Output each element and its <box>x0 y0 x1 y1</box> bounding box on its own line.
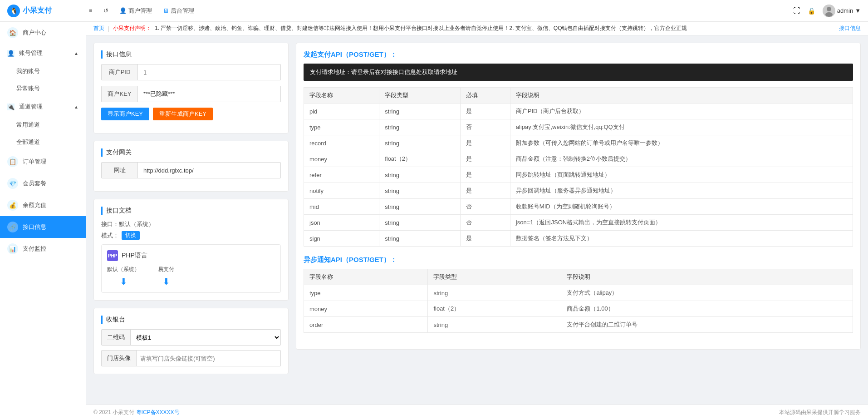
sidebar-item-common-channel[interactable]: 常用通道 <box>0 116 86 133</box>
table-row: moneyfloat（2）商品金额（1.00） <box>304 301 853 317</box>
logo-icon: 🐧 <box>7 5 20 17</box>
notice-more[interactable]: 接口信息 <box>839 25 861 32</box>
interface-info-card: 接口信息 商户PID 1 商户KEY ***已隐藏*** 显示商户KEY 重新生… <box>93 43 289 133</box>
sidebar-item-member-package[interactable]: 💎 会员套餐 <box>0 173 86 194</box>
main-layout: 🏠 商户中心 👤 账号管理 ▲ 我的账号 异常账号 🔌 通道管理 ▲ 常用通道 … <box>0 22 868 420</box>
sidebar-item-channel-mgmt[interactable]: 🔌 通道管理 ▲ <box>0 97 86 116</box>
cashier-store-row: 门店头像 <box>101 350 281 366</box>
gateway-title: 支付网关 <box>101 148 281 157</box>
table-row: orderstring支付平台创建的二维订单号 <box>304 317 853 333</box>
admin-dropdown-icon: ▼ <box>855 7 861 14</box>
th-notify-field-type: 字段类型 <box>428 269 561 285</box>
interface-info-icon: 🔗 <box>7 222 18 232</box>
topbar-merchant-mgmt[interactable]: 👤 商户管理 <box>119 7 152 15</box>
pid-row: 商户PID 1 <box>101 64 281 80</box>
th-field-type: 字段类型 <box>379 88 461 104</box>
sidebar-item-merchant-center[interactable]: 🏠 商户中心 <box>0 22 86 44</box>
table-row: referstring是同步跳转地址（页面跳转通知地址） <box>304 167 853 183</box>
interface-mode: 模式： 切换 <box>101 231 281 240</box>
gateway-card: 支付网关 网址 http://ddd.rglxc.top/ <box>93 141 289 192</box>
sidebar-item-all-channel[interactable]: 全部通道 <box>0 133 86 151</box>
key-row: 商户KEY ***已隐藏*** <box>101 86 281 102</box>
balance-recharge-icon: 💰 <box>7 200 18 211</box>
interface-doc-card: 接口文档 接口：默认（系统） 模式： 切换 PHP PHP语言 默认（ <box>93 199 289 301</box>
cashier-template-select[interactable]: 模板1 模板2 <box>131 331 280 344</box>
api-url-bar: 支付请求地址：请登录后在对接接口信息处获取请求地址 <box>304 64 853 81</box>
mode-switch-button[interactable]: 切换 <box>122 231 140 240</box>
table-row: typestring否alipay:支付宝,weixin:微信支付,qq:QQ支… <box>304 119 853 135</box>
url-row: 网址 http://ddd.rglxc.top/ <box>101 162 281 178</box>
admin-menu[interactable]: admin ▼ <box>823 5 861 17</box>
table-row: moneyfloat（2）是商品金额（注意：强制转换2位小数后提交） <box>304 151 853 167</box>
cashier-qr-row: 二维码 模板1 模板2 <box>101 329 281 346</box>
sidebar-item-payment-monitor[interactable]: 📊 支付监控 <box>0 238 86 260</box>
php-icon: PHP <box>107 250 118 261</box>
fullscreen-icon[interactable]: ⛶ <box>793 7 800 15</box>
table-row: jsonstring否json=1（返回JSON格式输出，为空直接跳转支付页面） <box>304 215 853 231</box>
api-doc-card: 发起支付API（POST/GET）： 支付请求地址：请登录后在对接接口信息处获取… <box>296 43 861 350</box>
notify-api-table: 字段名称 字段类型 字段说明 typestring支付方式（alipay）mon… <box>304 269 853 333</box>
cashier-title: 收银台 <box>101 316 281 324</box>
table-row: midstring否收款账号MID（为空则随机轮询账号） <box>304 199 853 215</box>
account-mgmt-icon: 👤 <box>7 50 15 57</box>
svg-point-2 <box>825 12 833 17</box>
notice-label: 小呆支付声明： <box>113 25 151 32</box>
topbar-refresh-icon[interactable]: ↺ <box>103 7 108 14</box>
php-dl-default-label: 默认（系统） <box>107 266 140 273</box>
channel-mgmt-arrow: ▲ <box>74 104 78 109</box>
avatar <box>823 5 835 17</box>
php-dl-easy: 易支付 ⬇ <box>158 266 174 287</box>
url-label: 网址 <box>102 163 138 178</box>
php-downloads: 默认（系统） ⬇ 易支付 ⬇ <box>107 266 275 287</box>
show-key-button[interactable]: 显示商户KEY <box>101 108 149 120</box>
topbar: 🐧 小呆支付 ≡ ↺ 👤 商户管理 🖥 后台管理 ⛶ 🔒 admin ▼ <box>0 0 868 22</box>
table-row: notifystring是异步回调地址（服务器异步通知地址） <box>304 183 853 199</box>
footer-right: 本站源码由呆呆提供开源学习服务 <box>779 409 861 416</box>
cashier-qr-label: 二维码 <box>102 330 131 345</box>
sidebar-item-account-mgmt[interactable]: 👤 账号管理 ▲ <box>0 44 86 63</box>
api-url-text: 支付请求地址：请登录后在对接接口信息处获取请求地址 <box>310 69 457 75</box>
regen-key-button[interactable]: 重新生成商户KEY <box>153 108 213 120</box>
table-row: recordstring是附加参数（可传入您网站的订单号或用户名等唯一参数） <box>304 135 853 151</box>
pid-value: 1 <box>138 65 280 79</box>
mode-label: 模式： <box>101 232 119 240</box>
key-value: ***已隐藏*** <box>138 86 280 102</box>
php-card-header: PHP PHP语言 <box>107 250 275 261</box>
key-btn-row: 显示商户KEY 重新生成商户KEY <box>101 108 281 120</box>
footer-copyright: © 2021 小呆支付 <box>93 409 134 415</box>
breadcrumb[interactable]: 首页 <box>93 25 104 32</box>
footer-icp[interactable]: 粤ICP备XXXXX号 <box>136 409 180 415</box>
topbar-backend-mgmt[interactable]: 🖥 后台管理 <box>163 7 194 15</box>
table-row: signstring是数据签名（签名方法见下文） <box>304 231 853 247</box>
footer: © 2021 小呆支付 粤ICP备XXXXX号 本站源码由呆呆提供开源学习服务 <box>86 405 868 420</box>
lock-icon[interactable]: 🔒 <box>808 7 815 15</box>
member-package-icon: 💎 <box>7 178 18 189</box>
right-panel: 发起支付API（POST/GET）： 支付请求地址：请登录后在对接接口信息处获取… <box>296 43 861 397</box>
notice-text: 1. 严禁一切淫秽、涉赌、政治、钓鱼、诈骗、理财、借贷、封建迷信等非法网站接入使… <box>155 25 687 32</box>
account-mgmt-arrow: ▲ <box>74 51 78 56</box>
left-panel: 接口信息 商户PID 1 商户KEY ***已隐藏*** 显示商户KEY 重新生… <box>93 43 289 397</box>
table-row: typestring支付方式（alipay） <box>304 285 853 301</box>
interface-doc-title: 接口文档 <box>101 207 281 215</box>
sidebar-item-interface-info[interactable]: 🔗 接口信息 <box>0 216 86 238</box>
th-required: 必填 <box>460 88 510 104</box>
sidebar-item-order-mgmt[interactable]: 📋 订单管理 <box>0 151 86 173</box>
php-dl-easy-icon[interactable]: ⬇ <box>162 276 170 287</box>
sidebar-item-abnormal-account[interactable]: 异常账号 <box>0 80 86 97</box>
php-dl-default-icon[interactable]: ⬇ <box>120 276 128 287</box>
logo-text: 小呆支付 <box>23 6 52 15</box>
th-field-name: 字段名称 <box>304 88 379 104</box>
topbar-nav: ≡ ↺ 👤 商户管理 🖥 后台管理 <box>89 7 784 15</box>
php-title: PHP语言 <box>122 252 147 260</box>
notice-bar: 首页 | 小呆支付声明： 1. 严禁一切淫秽、涉赌、政治、钓鱼、诈骗、理财、借贷… <box>86 22 868 35</box>
interface-label: 接口：默认（系统） <box>101 220 281 228</box>
api-notify-title: 异步通知API（POST/GET）： <box>304 256 853 264</box>
main-content: 接口信息 商户PID 1 商户KEY ***已隐藏*** 显示商户KEY 重新生… <box>86 35 868 405</box>
topbar-menu-icon[interactable]: ≡ <box>89 7 93 14</box>
topbar-right: ⛶ 🔒 admin ▼ <box>793 5 861 17</box>
cashier-store-input[interactable] <box>137 352 280 365</box>
sidebar-item-balance-recharge[interactable]: 💰 余额充值 <box>0 194 86 216</box>
th-notify-field-name: 字段名称 <box>304 269 428 285</box>
admin-label: admin <box>837 7 853 14</box>
sidebar-item-my-account[interactable]: 我的账号 <box>0 63 86 80</box>
